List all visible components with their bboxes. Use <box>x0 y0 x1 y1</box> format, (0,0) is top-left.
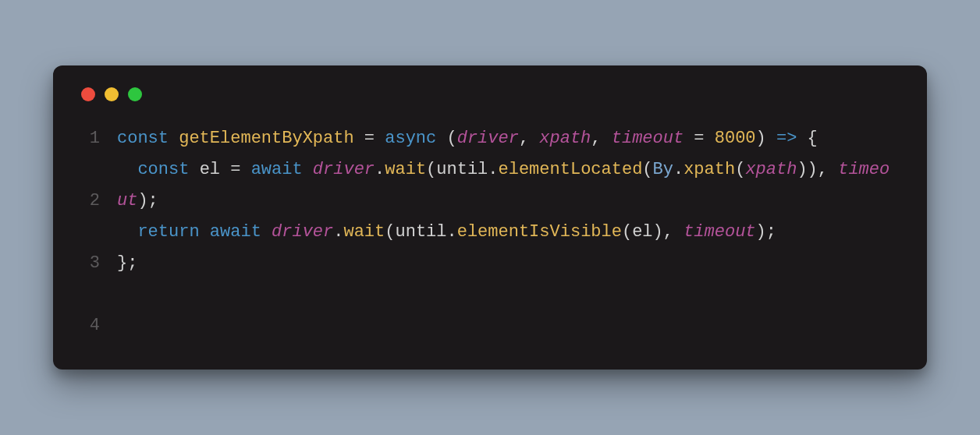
code-window: 1 2 3 4 const getElementByXpath = async … <box>53 65 927 370</box>
line-number <box>81 217 100 248</box>
line-number: 2 <box>81 186 100 217</box>
line-number: 3 <box>81 248 100 279</box>
window-titlebar <box>81 87 899 101</box>
line-number <box>81 279 100 310</box>
line-number: 1 <box>81 123 100 154</box>
line-gutter: 1 2 3 4 <box>81 123 117 341</box>
code-line: }; <box>117 248 899 279</box>
close-icon[interactable] <box>81 87 95 101</box>
code-line: const el = await driver.wait(until.eleme… <box>117 154 899 217</box>
code-editor: 1 2 3 4 const getElementByXpath = async … <box>81 123 899 341</box>
zoom-icon[interactable] <box>128 87 142 101</box>
code-line: const getElementByXpath = async (driver,… <box>117 123 899 154</box>
line-number <box>81 154 100 186</box>
code-line: return await driver.wait(until.elementIs… <box>117 217 899 248</box>
minimize-icon[interactable] <box>105 87 119 101</box>
code-content: const getElementByXpath = async (driver,… <box>117 123 899 341</box>
line-number: 4 <box>81 310 100 341</box>
